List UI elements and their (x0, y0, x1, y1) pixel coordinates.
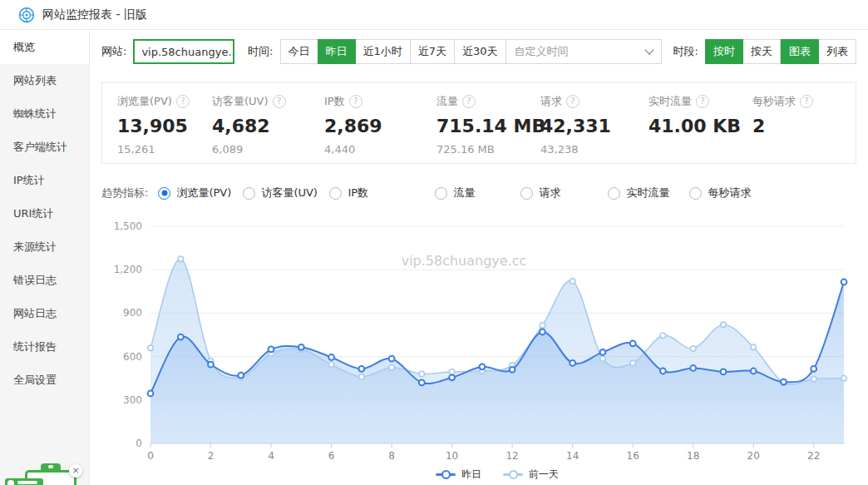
trend-option-label: 浏览量(PV) (176, 186, 231, 200)
custom-time-placeholder: 自定义时间 (515, 44, 569, 59)
sidebar-item-stats-report[interactable]: 统计报告 (0, 330, 89, 364)
sidebar-item-spider-stats[interactable]: 蜘蛛统计 (0, 97, 89, 131)
radio-icon[interactable] (689, 187, 702, 200)
question-icon[interactable] (566, 95, 579, 108)
sidebar-item-ip-stats[interactable]: IP统计 (0, 164, 89, 197)
view-toggle-group: 图表 列表 (781, 39, 856, 64)
question-icon[interactable] (696, 95, 709, 108)
trend-option-pv[interactable]: 浏览量(PV) (158, 186, 243, 200)
radio-icon[interactable] (435, 187, 447, 200)
trend-option-label: 访客量(UV) (261, 186, 318, 200)
question-icon[interactable] (176, 95, 190, 108)
svg-text:4: 4 (268, 450, 274, 462)
svg-text:22: 22 (807, 450, 820, 462)
sidebar-item-source-stats[interactable]: 来源统计 (0, 230, 89, 264)
trend-option-label: 每秒请求 (708, 186, 751, 200)
question-icon[interactable] (349, 95, 362, 108)
sidebar-item-site-log[interactable]: 网站日志 (0, 297, 89, 330)
radio-icon[interactable] (243, 187, 255, 200)
stat-card-uv: 访客量(UV) 4,682 6,089 (212, 94, 324, 163)
svg-text:6: 6 (328, 450, 335, 462)
chevron-down-icon (644, 45, 653, 54)
trend-option-requests[interactable]: 请求 (520, 186, 608, 200)
svg-text:0: 0 (136, 438, 142, 449)
trend-chart[interactable]: 03006009001,2001,500vip.58chuangye.cc024… (90, 210, 868, 468)
id-card-icon (5, 478, 43, 485)
time-button-30days[interactable]: 近30天 (454, 39, 506, 64)
trend-metric-label: 趋势指标: (101, 186, 148, 200)
main-content: 网站: vip.58chuangye... 时间: 今日 昨日 近1小时 近7天… (90, 31, 868, 485)
radio-icon[interactable] (520, 187, 533, 200)
stat-label: 实时流量 (649, 94, 692, 109)
stat-value: 2 (752, 116, 813, 136)
period-group: 按时 按天 (705, 39, 781, 64)
time-button-yesterday[interactable]: 昨日 (318, 39, 356, 64)
custom-time-select[interactable]: 自定义时间 (506, 39, 662, 64)
site-select-value: vip.58chuangye... (141, 46, 234, 58)
stats-summary-box: 浏览量(PV) 13,905 15,261 访客量(UV) 4,682 6,08… (101, 82, 856, 164)
stat-label: 每秒请求 (752, 94, 796, 109)
question-icon[interactable] (273, 95, 286, 108)
svg-text:8: 8 (388, 450, 395, 462)
stat-subvalue (649, 143, 752, 156)
time-button-7days[interactable]: 近7天 (410, 39, 455, 64)
stat-subvalue: 725.16 MB (436, 143, 540, 156)
period-label: 时段: (673, 44, 698, 59)
stat-subvalue: 4,440 (324, 143, 436, 156)
svg-text:600: 600 (123, 351, 142, 363)
page-title: 网站监控报表 - 旧版 (42, 7, 147, 22)
website-monitor-dashboard: { "header": { "title": "网站监控报表 - 旧版" }, … (0, 0, 868, 485)
trend-option-uv[interactable]: 访客量(UV) (243, 186, 329, 200)
stat-card-requests: 请求 42,331 43,238 (540, 94, 649, 163)
question-icon[interactable] (462, 95, 476, 108)
stat-label: 浏览量(PV) (117, 94, 172, 109)
sidebar-item-uri-stats[interactable]: URI统计 (0, 197, 89, 230)
radio-icon[interactable] (329, 187, 342, 200)
view-button-list[interactable]: 列表 (818, 39, 856, 64)
trend-option-label: 请求 (539, 186, 560, 200)
trend-option-label: 流量 (453, 186, 475, 200)
legend-label: 昨日 (461, 468, 481, 482)
stat-subvalue: 43,238 (540, 143, 649, 156)
question-icon[interactable] (800, 95, 813, 108)
sidebar-item-overview[interactable]: 概览 (0, 31, 89, 64)
stat-card-ip: IP数 2,869 4,440 (324, 94, 436, 163)
view-button-chart[interactable]: 图表 (781, 39, 819, 64)
promo-widget[interactable]: × (3, 457, 85, 485)
radio-icon[interactable] (608, 187, 620, 200)
radio-icon[interactable] (158, 187, 170, 200)
period-button-hourly[interactable]: 按时 (705, 39, 743, 64)
site-select[interactable]: vip.58chuangye... (133, 39, 234, 64)
svg-text:14: 14 (566, 450, 579, 462)
time-range-group: 今日 昨日 近1小时 近7天 近30天 自定义时间 (280, 39, 662, 64)
legend-item-昨日[interactable]: 昨日 (436, 468, 481, 482)
sidebar-item-site-list[interactable]: 网站列表 (0, 64, 89, 97)
time-button-last-hour[interactable]: 近1小时 (355, 39, 411, 64)
stat-card-requests-per-sec: 每秒请求 2 (752, 94, 813, 163)
legend-label: 前一天 (529, 468, 559, 482)
svg-text:0: 0 (147, 450, 154, 462)
stat-label: IP数 (324, 94, 345, 109)
svg-text:20: 20 (747, 450, 760, 462)
trend-option-ip[interactable]: IP数 (329, 186, 435, 200)
stat-subvalue: 15,261 (117, 143, 212, 156)
stat-card-pv: 浏览量(PV) 13,905 15,261 (117, 94, 212, 163)
target-logo-icon (18, 7, 35, 23)
trend-option-realtime-traffic[interactable]: 实时流量 (608, 186, 689, 200)
svg-text:16: 16 (627, 450, 639, 462)
svg-text:1,500: 1,500 (114, 220, 142, 232)
stat-value: 2,869 (324, 116, 436, 136)
legend-item-前一天[interactable]: 前一天 (503, 468, 559, 482)
stat-subvalue: 6,089 (212, 143, 324, 156)
stat-value: 41.00 KB (649, 116, 752, 136)
sidebar-item-error-log[interactable]: 错误日志 (0, 264, 89, 297)
trend-option-requests-per-sec[interactable]: 每秒请求 (689, 186, 751, 200)
close-icon[interactable]: × (69, 464, 82, 478)
trend-option-traffic[interactable]: 流量 (435, 186, 520, 200)
svg-text:900: 900 (123, 307, 142, 319)
sidebar-item-global-settings[interactable]: 全局设置 (0, 364, 89, 397)
period-button-daily[interactable]: 按天 (742, 39, 781, 64)
stat-value: 4,682 (212, 116, 324, 136)
time-button-today[interactable]: 今日 (280, 39, 318, 64)
sidebar-item-client-stats[interactable]: 客户端统计 (0, 131, 89, 164)
